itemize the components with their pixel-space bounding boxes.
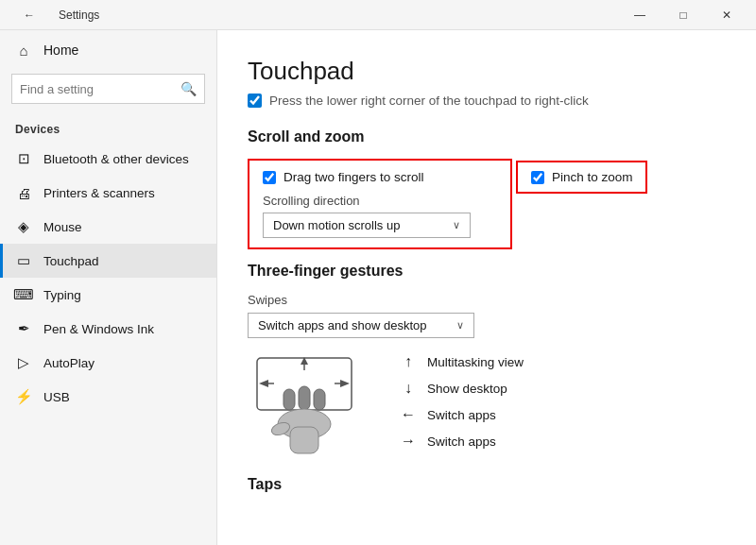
sidebar-item-label: Mouse [43, 220, 82, 234]
taps-title: Taps [248, 476, 726, 493]
drag-two-fingers-row: Drag two fingers to scroll [263, 170, 497, 184]
bluetooth-icon: ⊡ [15, 150, 32, 167]
right-click-label: Press the lower right corner of the touc… [269, 94, 589, 108]
svg-marker-4 [259, 380, 268, 387]
sidebar-item-autoplay[interactable]: ▷ AutoPlay [0, 346, 216, 380]
gesture-arrow-1: ↓ [399, 380, 418, 397]
gesture-label-3: Switch apps [427, 434, 496, 449]
back-button[interactable]: ← [8, 0, 51, 30]
autoplay-icon: ▷ [15, 354, 32, 371]
three-finger-title: Three-finger gestures [248, 263, 726, 280]
usb-icon: ⚡ [15, 388, 32, 405]
svg-rect-8 [299, 386, 310, 410]
sidebar-item-pen[interactable]: ✒ Pen & Windows Ink [0, 312, 216, 346]
titlebar: ← Settings — □ ✕ [0, 0, 756, 30]
gesture-label-2: Switch apps [427, 408, 496, 422]
scrolling-direction-value: Down motion scrolls up [273, 218, 400, 232]
search-input[interactable] [20, 82, 180, 96]
gesture-arrow-0: ↑ [399, 353, 418, 370]
sidebar-item-label: Bluetooth & other devices [43, 152, 189, 166]
titlebar-title: Settings [59, 9, 99, 22]
titlebar-left: ← Settings [8, 0, 99, 30]
scrolling-direction-dropdown[interactable]: Down motion scrolls up ∨ [263, 213, 471, 238]
sidebar-item-label: AutoPlay [43, 356, 94, 370]
sidebar-item-touchpad[interactable]: ▭ Touchpad [0, 244, 216, 278]
gesture-label-0: Multitasking view [427, 355, 524, 369]
right-click-checkbox[interactable] [248, 94, 262, 108]
maximize-button[interactable]: □ [662, 0, 705, 30]
sidebar-section-title: Devices [0, 115, 216, 142]
swipes-dropdown[interactable]: Switch apps and show desktop ∨ [248, 313, 474, 338]
sidebar-item-usb[interactable]: ⚡ USB [0, 380, 216, 414]
sidebar-home-button[interactable]: ⌂ Home [0, 30, 216, 70]
titlebar-controls: — □ ✕ [618, 0, 748, 30]
content-area: Touchpad Press the lower right corner of… [217, 30, 756, 545]
swipes-dropdown-value: Switch apps and show desktop [258, 318, 427, 332]
mouse-icon: ◈ [15, 218, 32, 235]
top-checkbox-row: Press the lower right corner of the touc… [248, 94, 726, 108]
sidebar: ⌂ Home 🔍 Devices ⊡ Bluetooth & other dev… [0, 30, 217, 545]
sidebar-item-label: Typing [43, 288, 81, 302]
minimize-button[interactable]: — [618, 0, 662, 30]
printers-icon: 🖨 [15, 184, 32, 201]
pinch-zoom-checkbox[interactable] [531, 171, 544, 184]
svg-rect-9 [314, 389, 325, 410]
gesture-area: ↑ Multitasking view ↓ Show desktop ← Swi… [248, 353, 726, 457]
sidebar-item-label: USB [43, 390, 70, 404]
svg-rect-11 [290, 427, 318, 453]
scroll-zoom-title: Scroll and zoom [248, 128, 726, 145]
main-layout: ⌂ Home 🔍 Devices ⊡ Bluetooth & other dev… [0, 30, 756, 545]
drag-two-fingers-label: Drag two fingers to scroll [284, 170, 424, 184]
gesture-list: ↑ Multitasking view ↓ Show desktop ← Swi… [399, 353, 524, 450]
scrolling-direction-label: Scrolling direction [263, 194, 497, 208]
swipes-dropdown-arrow-icon: ∨ [456, 319, 464, 332]
page-title: Touchpad [248, 57, 726, 86]
sidebar-item-label: Pen & Windows Ink [43, 322, 154, 336]
sidebar-item-label: Touchpad [43, 254, 99, 268]
gesture-item-3: → Switch apps [399, 433, 524, 450]
touchpad-icon: ▭ [15, 252, 32, 269]
sidebar-item-mouse[interactable]: ◈ Mouse [0, 210, 216, 244]
swipes-label: Swipes [248, 293, 726, 307]
gesture-item-2: ← Switch apps [399, 406, 524, 423]
scrolling-direction-section: Scrolling direction Down motion scrolls … [263, 194, 497, 238]
sidebar-item-typing[interactable]: ⌨ Typing [0, 278, 216, 312]
search-box[interactable]: 🔍 [11, 74, 205, 104]
gesture-arrow-2: ← [399, 406, 418, 423]
drag-two-fingers-checkbox[interactable] [263, 171, 276, 184]
svg-rect-7 [284, 389, 295, 410]
home-icon: ⌂ [15, 42, 32, 59]
gesture-label-1: Show desktop [427, 382, 507, 396]
gesture-item-1: ↓ Show desktop [399, 380, 524, 397]
dropdown-arrow-icon: ∨ [453, 219, 460, 231]
scroll-zoom-red-box: Drag two fingers to scroll Scrolling dir… [248, 159, 512, 249]
close-button[interactable]: ✕ [705, 0, 748, 30]
sidebar-item-printers[interactable]: 🖨 Printers & scanners [0, 176, 216, 210]
sidebar-item-label: Printers & scanners [43, 186, 155, 200]
home-label: Home [43, 43, 78, 58]
hand-illustration [248, 353, 361, 457]
pinch-zoom-red-box: Pinch to zoom [516, 161, 648, 194]
gesture-item-0: ↑ Multitasking view [399, 353, 524, 370]
pen-icon: ✒ [15, 320, 32, 337]
pinch-zoom-label: Pinch to zoom [552, 170, 633, 184]
sidebar-item-bluetooth[interactable]: ⊡ Bluetooth & other devices [0, 142, 216, 176]
gesture-arrow-3: → [399, 433, 418, 450]
search-icon: 🔍 [180, 81, 197, 96]
typing-icon: ⌨ [15, 286, 32, 303]
svg-marker-6 [340, 380, 350, 387]
